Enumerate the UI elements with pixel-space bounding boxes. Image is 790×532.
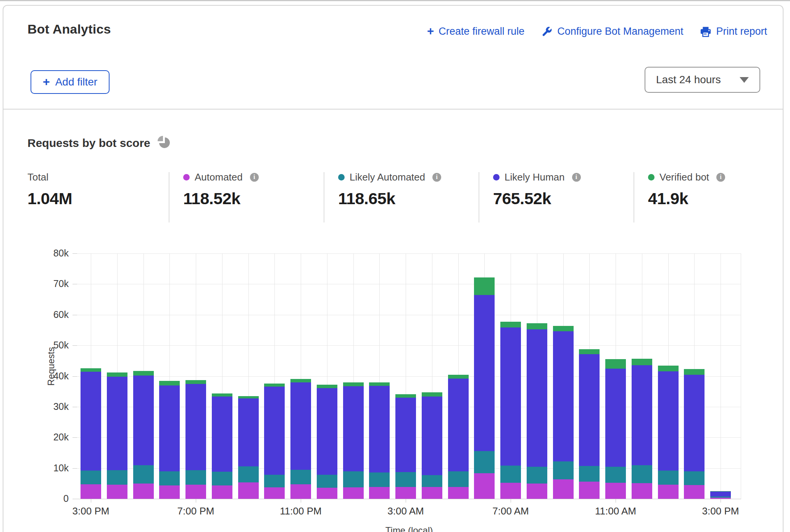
y-axis-tick xyxy=(73,284,77,284)
y-axis-tick xyxy=(73,468,77,469)
bar-segment-automated xyxy=(422,487,442,499)
bar-segment-automated xyxy=(238,482,259,499)
time-range-select[interactable]: Last 24 hours xyxy=(645,67,760,93)
bar-segment-automated xyxy=(185,485,206,499)
plus-icon: + xyxy=(427,25,434,37)
bar-segment-automated xyxy=(317,488,337,499)
bar-segment-likely-automated xyxy=(290,470,311,484)
bar-segment-automated xyxy=(632,483,652,499)
bar-segment-likely-human xyxy=(159,385,180,471)
bar-segment-verified-bot xyxy=(527,323,547,329)
section-heading: Requests by bot score xyxy=(27,135,171,151)
stat-divider xyxy=(634,172,634,222)
plus-icon: + xyxy=(43,76,50,88)
stat-divider xyxy=(479,172,479,222)
page-top-divider xyxy=(0,0,790,1)
y-axis-label: 50k xyxy=(31,340,69,351)
x-axis-label: 7:00 AM xyxy=(492,505,529,517)
bar-segment-automated xyxy=(448,487,469,499)
bar-segment-verified-bot xyxy=(395,394,416,398)
bar-segment-likely-human xyxy=(185,384,206,471)
bar-segment-likely-automated xyxy=(264,475,285,488)
info-icon[interactable] xyxy=(250,173,259,182)
bar-segment-likely-human xyxy=(395,398,416,472)
bar-segment-likely-human xyxy=(238,398,259,466)
bar-segment-verified-bot xyxy=(684,369,705,375)
bar-segment-automated xyxy=(107,485,127,499)
bar-segment-automated xyxy=(212,485,232,499)
legend-dot-automated xyxy=(183,174,190,181)
printer-icon xyxy=(700,26,711,37)
y-axis-label: 60k xyxy=(31,309,69,320)
stat-value: 41.9k xyxy=(648,189,725,208)
bar-segment-verified-bot xyxy=(317,385,337,388)
bar-segment-likely-automated xyxy=(369,472,390,487)
bar-segment-automated xyxy=(474,473,495,499)
bar-segment-verified-bot xyxy=(212,393,232,397)
bar-segment-verified-bot xyxy=(81,368,101,372)
stat-label: Total xyxy=(27,171,48,183)
bar-segment-automated xyxy=(290,484,311,499)
bar-segment-likely-automated xyxy=(605,467,626,483)
bar-segment-automated xyxy=(527,484,547,499)
time-range-value: Last 24 hours xyxy=(656,74,721,86)
y-axis-label: 70k xyxy=(31,278,69,289)
stat-value: 118.65k xyxy=(338,189,441,208)
bar-segment-likely-automated xyxy=(317,475,337,488)
bar-segment-likely-automated xyxy=(81,471,101,484)
add-filter-button[interactable]: + Add filter xyxy=(31,70,110,94)
x-axis-tick xyxy=(406,499,406,503)
bar-segment-likely-automated xyxy=(133,465,154,484)
bar-segment-likely-human xyxy=(107,377,127,470)
y-axis-tick xyxy=(73,407,77,407)
stat-value: 765.52k xyxy=(493,189,581,208)
requests-by-bot-score-chart: Requests Time (local) 010k20k30k40k50k60… xyxy=(77,253,741,499)
bar-segment-verified-bot xyxy=(605,359,626,369)
bar-segment-likely-automated xyxy=(107,470,127,485)
bar-segment-likely-human xyxy=(474,295,495,451)
bar-segment-automated xyxy=(159,485,180,499)
info-icon[interactable] xyxy=(716,173,725,182)
page-title: Bot Analytics xyxy=(27,22,111,37)
pie-chart-icon xyxy=(157,135,171,151)
bar-segment-likely-automated xyxy=(527,467,547,484)
bar-segment-likely-human xyxy=(579,354,600,466)
bar-segment-likely-human xyxy=(133,376,154,465)
wrench-icon xyxy=(541,26,553,37)
bar-segment-likely-human xyxy=(500,327,521,466)
bar-segment-likely-human xyxy=(81,372,101,471)
stat-verified-bot: Verified bot 41.9k xyxy=(648,171,725,208)
bar-segment-likely-human xyxy=(684,375,705,471)
bar-segment-likely-automated xyxy=(422,475,442,487)
section-title: Requests by bot score xyxy=(27,137,150,150)
bar-segment-automated xyxy=(684,485,705,499)
bar-segment-likely-automated xyxy=(238,466,259,482)
bar-segment-likely-human xyxy=(710,492,731,497)
bar-segment-likely-human xyxy=(658,371,679,471)
header-actions: + Create firewall rule Configure Bot Man… xyxy=(427,26,767,37)
x-axis-label: 7:00 PM xyxy=(177,505,214,517)
configure-bot-management-link[interactable]: Configure Bot Management xyxy=(541,26,683,37)
bar-segment-likely-automated xyxy=(395,472,416,487)
info-icon[interactable] xyxy=(572,173,581,182)
bar-segment-automated xyxy=(133,484,154,499)
print-report-link[interactable]: Print report xyxy=(700,26,767,37)
info-icon[interactable] xyxy=(432,173,441,182)
create-firewall-rule-link[interactable]: + Create firewall rule xyxy=(427,26,524,37)
bar-segment-verified-bot xyxy=(710,491,731,492)
x-axis-label: 11:00 AM xyxy=(595,505,636,517)
bar-segment-likely-human xyxy=(264,387,285,475)
x-axis-title: Time (local) xyxy=(385,525,433,532)
bar-segment-automated xyxy=(579,482,600,499)
bar-segment-likely-automated xyxy=(710,497,731,497)
y-axis-label: 40k xyxy=(31,371,69,382)
y-axis-tick xyxy=(73,376,77,377)
stat-automated: Automated 118.52k xyxy=(183,171,259,208)
bar-segment-verified-bot xyxy=(448,375,469,379)
bar-segment-likely-human xyxy=(527,329,547,467)
y-axis-tick xyxy=(73,499,77,499)
stat-total: Total 1.04M xyxy=(27,171,72,208)
x-axis-tick xyxy=(301,499,301,503)
bar-segment-verified-bot xyxy=(474,277,495,295)
bar-segment-likely-human xyxy=(632,365,652,465)
